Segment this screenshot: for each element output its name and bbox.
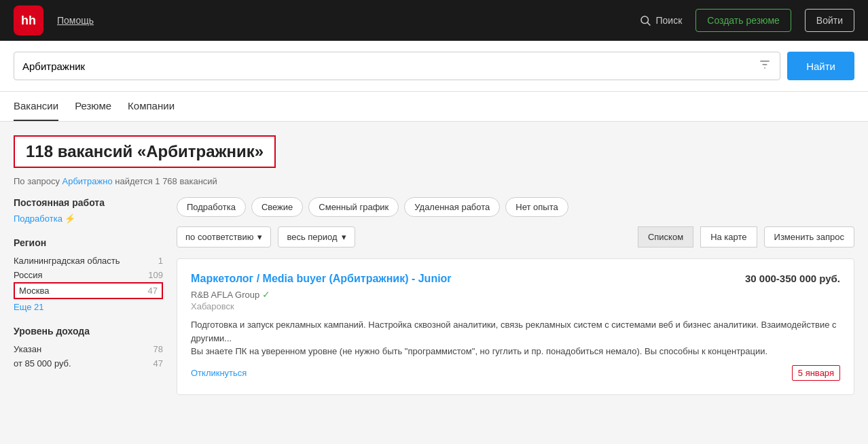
search-input[interactable]: [22, 61, 758, 72]
header-search-btn[interactable]: Поиск: [639, 14, 682, 27]
sort-controls: по соответствию ▾ весь период ▾ Списком …: [177, 226, 854, 247]
listings-panel: Подработка Свежие Сменный график Удаленн…: [177, 197, 854, 395]
hh-logo[interactable]: hh: [14, 5, 43, 35]
filter-chips: Подработка Свежие Сменный график Удаленн…: [177, 197, 854, 217]
region-item-russia[interactable]: Россия 109: [14, 268, 163, 282]
tab-resumes[interactable]: Резюме: [75, 92, 111, 121]
sidebar-more-regions[interactable]: Еще 21: [14, 302, 163, 312]
svg-point-0: [641, 16, 649, 24]
region-item-moscow[interactable]: Москва 47: [14, 282, 163, 299]
sidebar-income-list: Указан 78 от 85 000 руб. 47: [14, 342, 163, 371]
job-card: Маркетолог / Media buyer (Арбитражник) -…: [177, 258, 854, 395]
chip-smenniy[interactable]: Сменный график: [308, 197, 399, 217]
results-title: 118 вакансий «Арбитражник»: [26, 142, 264, 161]
period-dropdown[interactable]: весь период ▾: [278, 226, 355, 247]
job-location: Хабаровск: [191, 301, 840, 311]
find-button[interactable]: Найти: [787, 52, 854, 80]
sidebar: Постоянная работа Подработка ⚡ Регион Ка…: [14, 197, 163, 395]
job-salary: 30 000-350 000 руб.: [745, 273, 840, 284]
content-layout: Постоянная работа Подработка ⚡ Регион Ка…: [14, 197, 854, 395]
sidebar-work-type-title: Постоянная работа: [14, 197, 163, 208]
header: hh Помощь Поиск Создать резюме Войти: [0, 0, 868, 41]
filter-icon[interactable]: [758, 58, 772, 75]
income-item-indicated[interactable]: Указан 78: [14, 342, 163, 356]
chip-no-exp[interactable]: Нет опыта: [505, 197, 568, 217]
create-resume-button[interactable]: Создать резюме: [695, 9, 791, 32]
sidebar-work-type: Постоянная работа Подработка ⚡: [14, 197, 163, 224]
svg-line-1: [648, 22, 651, 25]
tabs-section: Вакансии Резюме Компании: [0, 92, 868, 122]
sidebar-region-section: Регион Калининградская область 1 Россия …: [14, 237, 163, 312]
chip-svezhie[interactable]: Свежие: [251, 197, 303, 217]
region-item-kaliningrad[interactable]: Калининградская область 1: [14, 254, 163, 268]
tab-companies[interactable]: Компании: [128, 92, 175, 121]
job-header: Маркетолог / Media buyer (Арбитражник) -…: [191, 273, 840, 285]
job-date: 5 января: [792, 365, 840, 381]
job-title[interactable]: Маркетолог / Media buyer (Арбитражник) -…: [191, 273, 452, 285]
job-description: Подготовка и запуск рекламных кампаний. …: [191, 318, 840, 358]
main-content: 118 вакансий «Арбитражник» По запросу Ар…: [0, 122, 868, 409]
related-link[interactable]: Арбитражно: [62, 176, 115, 186]
search-input-wrapper: [14, 52, 780, 80]
search-bar-section: Найти: [0, 41, 868, 92]
respond-button[interactable]: Откликнуться: [191, 368, 247, 378]
view-map-button[interactable]: На карте: [700, 226, 757, 247]
results-title-wrapper: 118 вакансий «Арбитражник»: [14, 135, 276, 168]
chip-podrabotka[interactable]: Подработка: [177, 197, 246, 217]
job-footer: Откликнуться 5 января: [191, 365, 840, 381]
help-link[interactable]: Помощь: [57, 15, 94, 26]
related-query: По запросу Арбитражно найдется 1 768 вак…: [14, 176, 854, 186]
chip-udalennaya[interactable]: Удаленная работа: [404, 197, 500, 217]
income-item-85k[interactable]: от 85 000 руб. 47: [14, 356, 163, 371]
sidebar-income-section: Уровень дохода Указан 78 от 85 000 руб. …: [14, 326, 163, 371]
search-icon: [639, 14, 651, 27]
sidebar-region-title: Регион: [14, 237, 163, 248]
verified-icon: ✓: [262, 289, 270, 300]
sidebar-region-list: Калининградская область 1 Россия 109 Мос…: [14, 254, 163, 299]
change-query-button[interactable]: Изменить запрос: [764, 226, 854, 247]
job-company: R&B AFLA Group ✓: [191, 289, 840, 300]
sort-dropdown[interactable]: по соответствию ▾: [177, 226, 271, 247]
login-button[interactable]: Войти: [805, 9, 854, 32]
sidebar-income-title: Уровень дохода: [14, 326, 163, 337]
sidebar-podrabotka-link[interactable]: Подработка ⚡: [14, 214, 163, 224]
tab-vacancies[interactable]: Вакансии: [14, 92, 58, 121]
view-list-button[interactable]: Списком: [638, 226, 693, 247]
